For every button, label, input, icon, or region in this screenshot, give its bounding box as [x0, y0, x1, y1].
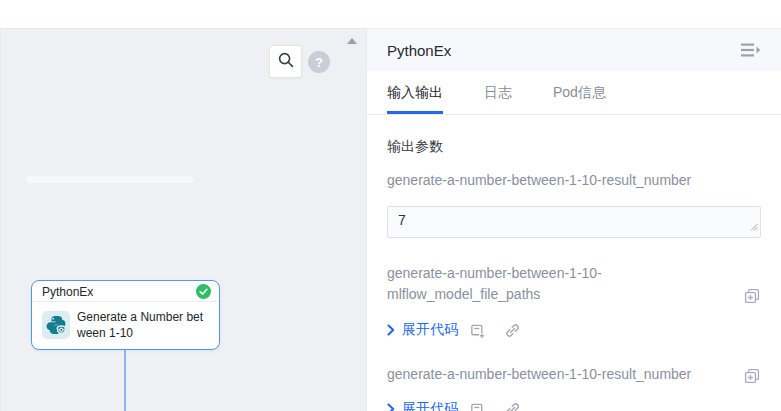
- panel-tabs: 输入输出 日志 Pod信息: [367, 71, 781, 115]
- search-button[interactable]: [269, 45, 302, 78]
- copy-button[interactable]: [743, 287, 761, 305]
- app-window: ? PythonEx: [0, 0, 781, 411]
- param-group: generate-a-number-between-1-10-result_nu…: [387, 364, 761, 411]
- node-subtitle: Generate a Number between 1-10: [77, 309, 211, 341]
- help-button[interactable]: ?: [308, 51, 330, 73]
- document-plus-icon: [469, 322, 486, 339]
- expand-code-link[interactable]: 展开代码: [402, 400, 458, 411]
- python-icon: [42, 311, 70, 339]
- workflow-canvas[interactable]: ? PythonEx: [0, 28, 366, 411]
- tab-logs[interactable]: 日志: [484, 71, 512, 114]
- param-name: generate-a-number-between-1-10-result_nu…: [387, 364, 729, 385]
- copy-link-button[interactable]: [504, 322, 521, 339]
- expand-code-link[interactable]: 展开代码: [402, 321, 458, 339]
- param-value-wrap: 7: [387, 206, 761, 238]
- panel-content: 输出参数 generate-a-number-between-1-10-resu…: [367, 138, 781, 411]
- success-check-icon: [196, 284, 211, 299]
- node-body: Generate a Number between 1-10: [32, 302, 219, 341]
- link-icon: [504, 401, 521, 411]
- param-name: generate-a-number-between-1-10-result_nu…: [387, 170, 761, 191]
- document-plus-icon: [469, 401, 486, 411]
- param-name: generate-a-number-between-1-10-mlflow_mo…: [387, 263, 729, 305]
- copy-icon: [743, 287, 761, 305]
- question-mark-icon: ?: [315, 55, 323, 70]
- duplicate-button[interactable]: [469, 401, 486, 411]
- edge-line: [124, 350, 126, 411]
- panel-header: PythonEx: [367, 29, 781, 71]
- search-icon: [277, 51, 295, 73]
- link-icon: [504, 322, 521, 339]
- menu-unfold-icon: [741, 42, 761, 58]
- collapse-panel-button[interactable]: [741, 42, 761, 58]
- chevron-right-icon: [387, 324, 395, 336]
- chevron-right-icon: [387, 403, 395, 411]
- tab-input-output[interactable]: 输入输出: [387, 71, 443, 114]
- copy-icon: [743, 367, 761, 385]
- param-group: generate-a-number-between-1-10-mlflow_mo…: [387, 263, 761, 339]
- copy-link-button[interactable]: [504, 401, 521, 411]
- param-value-textarea[interactable]: 7: [387, 206, 761, 238]
- scroll-up-arrow-icon[interactable]: [347, 38, 357, 44]
- copy-button[interactable]: [743, 367, 761, 385]
- workflow-node-pythonex[interactable]: PythonEx: [31, 280, 220, 350]
- details-panel: PythonEx 输入输出 日志 Pod信息 输出参数 generate-a-n…: [366, 28, 781, 411]
- tab-pod-info[interactable]: Pod信息: [553, 71, 606, 114]
- node-header: PythonEx: [32, 281, 219, 302]
- duplicate-button[interactable]: [469, 322, 486, 339]
- section-title-output-params: 输出参数: [387, 138, 761, 156]
- panel-title: PythonEx: [387, 42, 451, 59]
- faded-artifact: [26, 176, 194, 183]
- node-title: PythonEx: [42, 285, 93, 299]
